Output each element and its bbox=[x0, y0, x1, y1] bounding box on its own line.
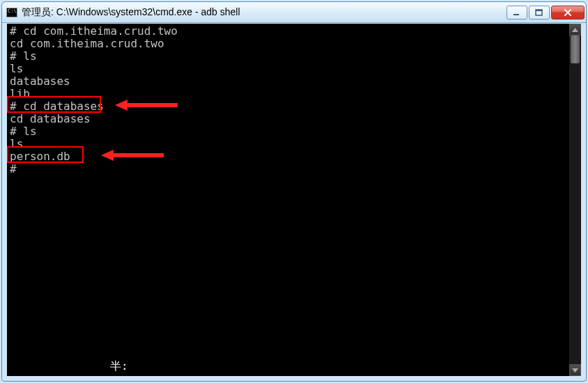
cmd-window: 管理员: C:\Windows\system32\cmd.exe - adb s… bbox=[1, 1, 587, 382]
scroll-track[interactable] bbox=[569, 36, 581, 364]
terminal-line: ls bbox=[10, 63, 566, 75]
minimize-button[interactable] bbox=[506, 6, 527, 19]
terminal[interactable]: # cd com.itheima.crud.two cd com.itheima… bbox=[7, 24, 569, 376]
terminal-line: # ls bbox=[10, 50, 566, 63]
window-title: 管理员: C:\Windows\system32\cmd.exe - adb s… bbox=[22, 6, 506, 19]
svg-rect-2 bbox=[536, 10, 542, 11]
scroll-up-button[interactable] bbox=[569, 24, 581, 36]
scroll-down-button[interactable] bbox=[569, 364, 581, 376]
window-controls bbox=[506, 6, 585, 19]
terminal-line: # ls bbox=[10, 125, 566, 138]
terminal-line: lib bbox=[10, 88, 566, 100]
close-button[interactable] bbox=[551, 6, 585, 19]
vertical-scrollbar[interactable] bbox=[569, 24, 581, 376]
titlebar[interactable]: 管理员: C:\Windows\system32\cmd.exe - adb s… bbox=[2, 2, 586, 23]
terminal-line: cd com.itheima.crud.two bbox=[10, 38, 566, 50]
svg-rect-0 bbox=[513, 14, 519, 15]
terminal-line: # cd com.itheima.crud.two bbox=[10, 25, 566, 38]
cmd-icon bbox=[6, 8, 17, 17]
client-area: # cd com.itheima.crud.two cd com.itheima… bbox=[7, 24, 581, 376]
terminal-line: # cd databases bbox=[10, 100, 566, 113]
terminal-line: ls bbox=[10, 138, 566, 150]
terminal-line: databases bbox=[10, 75, 566, 88]
maximize-button[interactable] bbox=[529, 6, 550, 19]
scroll-thumb[interactable] bbox=[571, 36, 580, 63]
ime-status: 半: bbox=[110, 360, 128, 373]
terminal-line: cd databases bbox=[10, 113, 566, 125]
terminal-line: # bbox=[10, 163, 566, 175]
terminal-line: person.db bbox=[10, 150, 566, 163]
